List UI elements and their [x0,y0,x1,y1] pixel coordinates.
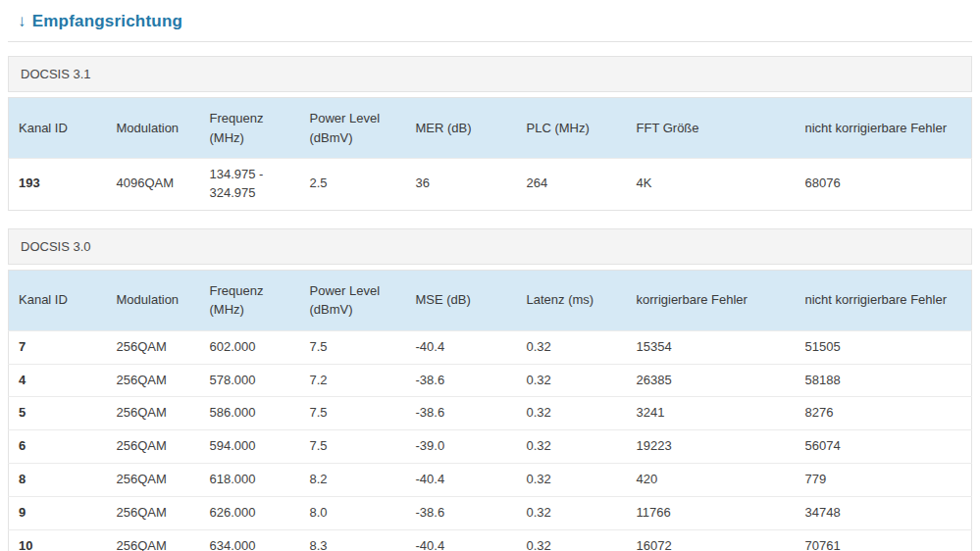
channel-table: Kanal IDModulationFrequenz (MHz)Power Le… [8,97,972,211]
table-row: 7256QAM602.0007.5-40.40.321535451505 [9,330,972,364]
data-cell: 586.000 [202,397,302,430]
data-cell: -38.6 [408,364,519,397]
table-row: 6256QAM594.0007.5-39.00.321922356074 [9,430,972,464]
data-cell: 8.0 [302,496,408,529]
data-cell: 0.32 [519,430,629,464]
channel-id-cell: 4 [9,364,109,397]
channel-id-cell: 6 [9,430,109,464]
data-cell: 420 [629,464,798,497]
docsis-section: DOCSIS 3.1 Kanal IDModulationFrequenz (M… [8,56,972,211]
data-cell: 4K [629,159,798,211]
data-cell: -38.6 [408,397,519,430]
data-cell: 578.000 [202,364,302,397]
table-header-row: Kanal IDModulationFrequenz (MHz)Power Le… [9,270,972,330]
section-label: DOCSIS 3.0 [8,228,972,265]
data-cell: 3241 [629,397,798,430]
data-cell: 70761 [798,529,972,551]
data-cell: 11766 [629,496,798,529]
data-cell: 0.32 [519,496,629,529]
data-cell: 0.32 [519,330,629,364]
page-title-text: Empfangsrichtung [32,12,182,30]
data-cell: 7.5 [302,397,408,430]
data-cell: 256QAM [109,330,202,364]
data-cell: 0.32 [519,464,629,497]
column-header: Modulation [109,98,202,159]
data-cell: 26385 [629,364,798,397]
data-cell: 8276 [798,397,972,430]
column-header: Latenz (ms) [519,270,629,330]
docsis-section: DOCSIS 3.0 Kanal IDModulationFrequenz (M… [8,228,972,551]
data-cell: 602.000 [202,330,302,364]
data-cell: -40.4 [408,529,519,551]
data-cell: 36 [408,159,519,211]
data-cell: 4096QAM [109,159,202,211]
column-header: nicht korrigierbare Fehler [798,98,972,159]
data-cell: 7.5 [302,430,408,464]
docsis-sections-container: DOCSIS 3.1 Kanal IDModulationFrequenz (M… [8,56,972,551]
data-cell: 256QAM [109,364,202,397]
channel-id-cell: 7 [9,330,109,364]
column-header: Power Level (dBmV) [302,270,408,330]
data-cell: 0.32 [519,529,629,551]
data-cell: -40.4 [408,464,519,497]
data-cell: 264 [519,159,629,211]
data-cell: 256QAM [109,496,202,529]
data-cell: 19223 [629,430,798,464]
page-title: ↓Empfangsrichtung [18,12,962,31]
table-row: 8256QAM618.0008.2-40.40.32420779 [9,464,972,497]
data-cell: 634.000 [202,529,302,551]
data-cell: 256QAM [109,397,202,430]
column-header: PLC (MHz) [519,98,629,159]
data-cell: 16072 [629,529,798,551]
channel-id-cell: 8 [9,464,109,497]
channel-id-cell: 5 [9,397,109,430]
column-header: Kanal ID [9,270,109,330]
table-row: 10256QAM634.0008.3-40.40.321607270761 [9,529,972,551]
column-header: Kanal ID [9,98,109,159]
table-row: 5256QAM586.0007.5-38.60.3232418276 [9,397,972,430]
data-cell: 56074 [798,430,972,464]
data-cell: 256QAM [109,529,202,551]
table-row: 9256QAM626.0008.0-38.60.321176634748 [9,496,972,529]
data-cell: 626.000 [202,496,302,529]
data-cell: 134.975 - 324.975 [202,159,302,211]
table-row: 1934096QAM134.975 - 324.9752.5362644K680… [9,159,972,211]
data-cell: 58188 [798,364,972,397]
data-cell: 7.2 [302,364,408,397]
channel-table: Kanal IDModulationFrequenz (MHz)Power Le… [8,270,972,551]
table-row: 4256QAM578.0007.2-38.60.322638558188 [9,364,972,397]
data-cell: 779 [798,464,972,497]
reception-status-page: ↓Empfangsrichtung DOCSIS 3.1 Kanal IDMod… [0,0,980,551]
channel-id-cell: 10 [9,529,109,551]
data-cell: 2.5 [302,159,408,211]
down-arrow-icon: ↓ [18,12,26,30]
data-cell: 0.32 [519,397,629,430]
data-cell: -39.0 [408,430,519,464]
data-cell: 594.000 [202,430,302,464]
data-cell: 8.3 [302,529,408,551]
column-header: MER (dB) [408,98,519,159]
data-cell: 256QAM [109,430,202,464]
channel-id-cell: 9 [9,496,109,529]
channel-id-cell: 193 [9,159,109,211]
data-cell: 618.000 [202,464,302,497]
table-header-row: Kanal IDModulationFrequenz (MHz)Power Le… [9,98,972,159]
data-cell: 51505 [798,330,972,364]
data-cell: 68076 [798,159,972,211]
data-cell: 34748 [798,496,972,529]
data-cell: -40.4 [408,330,519,364]
data-cell: 0.32 [519,364,629,397]
column-header: nicht korrigierbare Fehler [798,270,972,330]
data-cell: 15354 [629,330,798,364]
column-header: FFT Größe [629,98,798,159]
column-header: korrigierbare Fehler [629,270,798,330]
column-header: MSE (dB) [408,270,519,330]
column-header: Frequenz (MHz) [202,98,302,159]
data-cell: 7.5 [302,330,408,364]
column-header: Power Level (dBmV) [302,98,408,159]
column-header: Modulation [109,270,202,330]
data-cell: -38.6 [408,496,519,529]
section-label: DOCSIS 3.1 [8,56,972,92]
data-cell: 8.2 [302,464,408,497]
column-header: Frequenz (MHz) [202,270,302,330]
